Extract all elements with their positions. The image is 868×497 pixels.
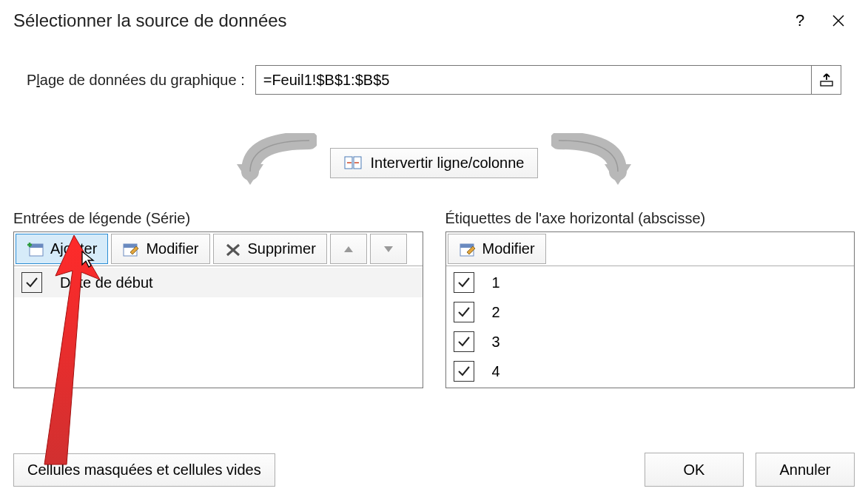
switch-row-column-button[interactable]: Intervertir ligne/colonne	[330, 148, 539, 178]
help-button[interactable]: ?	[781, 6, 819, 36]
axis-category-label: 2	[492, 304, 500, 321]
axis-category-label: 1	[492, 274, 500, 291]
edit-series-label: Modifier	[146, 240, 198, 257]
add-icon	[27, 241, 44, 257]
panels: Entrées de légende (Série) Ajouter Modif…	[0, 192, 868, 388]
legend-entries-box: Ajouter Modifier Supprimer Date de début	[13, 231, 423, 388]
edit-icon	[122, 241, 140, 257]
axis-category-label: 3	[492, 334, 500, 351]
delete-series-label: Supprimer	[248, 240, 316, 257]
legend-series-list[interactable]: Date de début	[14, 266, 423, 388]
cancel-button[interactable]: Annuler	[756, 453, 855, 487]
close-button[interactable]	[819, 6, 858, 36]
delete-series-button[interactable]: Supprimer	[213, 234, 327, 264]
axis-label-item[interactable]: 2	[446, 297, 855, 327]
switch-row-column-label: Intervertir ligne/colonne	[371, 155, 525, 172]
edit-series-button[interactable]: Modifier	[111, 234, 209, 264]
edit-axis-button[interactable]: Modifier	[448, 234, 546, 264]
checkbox[interactable]	[454, 361, 474, 382]
switch-icon	[344, 155, 362, 171]
axis-label-item[interactable]: 3	[446, 327, 855, 356]
edit-icon	[459, 241, 477, 257]
title-bar: Sélectionner la source de données ?	[0, 0, 868, 36]
move-up-button[interactable]	[330, 234, 367, 264]
axis-label-item[interactable]: 4	[446, 356, 855, 386]
chart-data-range-row: Plage de données du graphique :	[0, 36, 868, 95]
swap-row: Intervertir ligne/colonne	[0, 133, 868, 192]
axis-labels-label: Étiquettes de l'axe horizontal (abscisse…	[445, 210, 855, 227]
legend-entries-label: Entrées de légende (Série)	[13, 210, 423, 227]
axis-labels-panel: Étiquettes de l'axe horizontal (abscisse…	[445, 210, 855, 388]
checkbox[interactable]	[454, 331, 474, 352]
chart-data-range-input-wrap	[255, 65, 841, 95]
axis-category-label: 4	[492, 363, 500, 380]
svg-rect-2	[821, 81, 832, 86]
axis-label-item[interactable]: 1	[446, 268, 855, 297]
triangle-down-icon	[383, 245, 394, 254]
legend-entries-panel: Entrées de légende (Série) Ajouter Modif…	[13, 210, 423, 388]
checkbox[interactable]	[454, 272, 474, 293]
axis-labels-list[interactable]: 1234	[446, 266, 855, 388]
dialog-footer: Cellules masquées et cellules vides OK A…	[13, 453, 855, 487]
add-series-label: Ajouter	[50, 240, 97, 257]
checkbox[interactable]	[454, 302, 474, 322]
chart-data-range-label: Plage de données du graphique :	[27, 72, 245, 89]
series-name: Date de début	[60, 274, 153, 291]
axis-labels-box: Modifier 1234	[445, 231, 855, 388]
delete-icon	[224, 241, 242, 257]
hidden-cells-button[interactable]: Cellules masquées et cellules vides	[13, 453, 275, 487]
checkbox[interactable]	[21, 272, 42, 293]
add-series-button[interactable]: Ajouter	[16, 234, 108, 264]
edit-axis-label: Modifier	[482, 240, 535, 257]
curved-arrow-left-icon	[213, 133, 317, 192]
move-down-button[interactable]	[370, 234, 407, 264]
ok-button[interactable]: OK	[645, 453, 744, 487]
range-picker-button[interactable]	[811, 66, 841, 94]
triangle-up-icon	[343, 245, 354, 254]
axis-toolbar: Modifier	[446, 232, 855, 266]
legend-series-item[interactable]: Date de début	[14, 268, 423, 297]
chart-data-range-input[interactable]	[256, 66, 811, 94]
curved-arrow-right-icon	[551, 133, 655, 192]
dialog-title: Sélectionner la source de données	[13, 10, 781, 31]
legend-toolbar: Ajouter Modifier Supprimer	[14, 232, 423, 266]
